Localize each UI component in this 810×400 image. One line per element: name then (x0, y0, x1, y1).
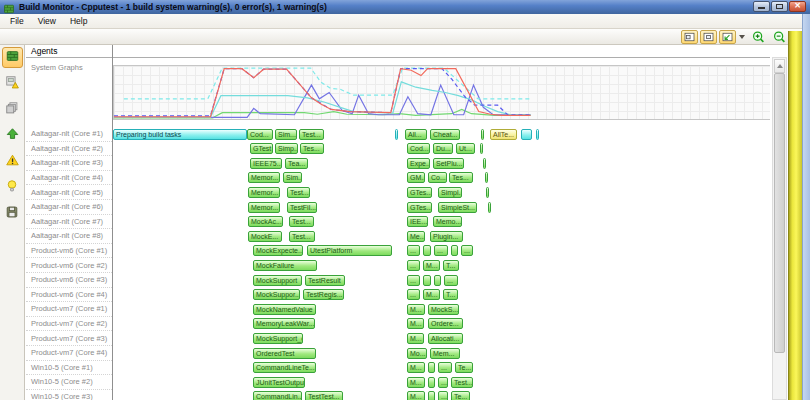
task-box[interactable]: GTes... (407, 187, 432, 198)
agent-row[interactable]: Aaltagar-nlt (Core #2)GTestSimp...Tes...… (26, 142, 770, 157)
layout-dropdown-caret[interactable] (738, 30, 746, 44)
task-box[interactable]: OrderedTest (253, 348, 316, 359)
task-box[interactable] (521, 129, 532, 140)
task-box[interactable] (428, 362, 435, 373)
task-box[interactable]: All... (405, 129, 427, 140)
rail-button-build-system-warning[interactable] (2, 73, 23, 94)
task-box[interactable]: SimpleSt... (438, 202, 477, 213)
rail-button-copy-stack[interactable] (2, 99, 23, 120)
rail-button-save[interactable] (2, 203, 23, 224)
agent-row[interactable]: Win10-5 (Core #3)CommandLin...TestTest..… (26, 390, 770, 400)
task-box[interactable]: Te... (451, 391, 470, 400)
task-box[interactable] (423, 245, 431, 256)
task-box[interactable]: Allocati... (428, 333, 463, 344)
menu-item-view[interactable]: View (31, 16, 63, 26)
task-box[interactable]: ... (438, 391, 448, 400)
task-box[interactable]: Simp... (275, 143, 298, 154)
task-box[interactable]: M... (407, 377, 425, 388)
task-box[interactable]: T... (443, 289, 458, 300)
task-sliver[interactable] (480, 143, 483, 154)
task-box[interactable]: ... (407, 245, 420, 256)
task-box[interactable]: Sim... (275, 129, 297, 140)
task-box[interactable]: M... (407, 333, 424, 344)
task-sliver[interactable] (486, 187, 489, 198)
task-sliver[interactable] (485, 172, 488, 183)
task-box[interactable]: ... (407, 289, 420, 300)
task-box[interactable]: ... (438, 362, 452, 373)
minimize-button[interactable] (753, 1, 770, 12)
task-box[interactable]: M... (407, 318, 424, 329)
task-box[interactable]: Test... (289, 231, 315, 242)
task-box[interactable]: Cod... (407, 143, 430, 154)
task-box[interactable]: MockE... (248, 231, 282, 242)
rail-button-build-grid[interactable] (2, 47, 23, 68)
task-box[interactable]: Co... (428, 172, 447, 183)
task-box[interactable]: Memor... (248, 202, 280, 213)
task-box[interactable]: Memor... (248, 172, 280, 183)
task-box[interactable]: Preparing build tasks (113, 129, 247, 140)
task-box[interactable]: Expe... (407, 158, 430, 169)
task-box[interactable]: MockSuppor... (253, 289, 300, 300)
scroll-up-button[interactable] (774, 59, 785, 73)
task-box[interactable] (428, 377, 435, 388)
task-box[interactable]: MockSupport (253, 275, 302, 286)
agent-row[interactable]: Aaltagar-nlt (Core #1)Preparing build ta… (26, 127, 770, 142)
task-box[interactable] (434, 275, 441, 286)
agent-row[interactable]: Product-vm6 (Core #3)MockSupportTestResu… (26, 273, 770, 288)
task-box[interactable]: Tes... (300, 143, 324, 154)
scrollbar-thumb[interactable] (774, 73, 785, 353)
task-box[interactable]: Te... (455, 362, 473, 373)
task-box[interactable]: AllTe... (490, 129, 517, 140)
task-box[interactable]: Cod... (247, 129, 273, 140)
agent-row[interactable]: Product-vm7 (Core #1)MockNamedValueM...M… (26, 302, 770, 317)
task-box[interactable]: Du... (433, 143, 453, 154)
task-box[interactable]: MemoryLeakWar... (253, 318, 315, 329)
menu-item-help[interactable]: Help (63, 16, 94, 26)
task-box[interactable]: M... (407, 391, 425, 400)
task-box[interactable]: TestTest... (305, 391, 343, 400)
agent-row[interactable]: Aaltagar-nlt (Core #6)Memor...TestFil...… (26, 200, 770, 215)
task-box[interactable]: Me... (407, 231, 425, 242)
task-box[interactable]: IEE... (407, 216, 428, 227)
agent-row[interactable]: Product-vm6 (Core #4)MockSuppor...TestRe… (26, 288, 770, 303)
task-box[interactable]: SetPlu... (433, 158, 464, 169)
task-box[interactable]: CommandLineTe... (253, 362, 316, 373)
task-box[interactable]: JUnitTestOutput (253, 377, 305, 388)
task-box[interactable]: M... (423, 289, 440, 300)
task-box[interactable] (451, 245, 458, 256)
task-box[interactable]: Mem... (430, 348, 460, 359)
agent-row[interactable]: Win10-5 (Core #2)JUnitTestOutputM......T… (26, 375, 770, 390)
task-box[interactable]: ... (461, 245, 473, 256)
task-box[interactable]: Ut... (456, 143, 475, 154)
task-sliver[interactable] (483, 158, 486, 169)
agent-row[interactable]: Product-vm7 (Core #4)OrderedTestMo...Mem… (26, 346, 770, 361)
zoom-in-button[interactable] (750, 29, 767, 44)
task-box[interactable]: MockSupport_c (253, 333, 303, 344)
agent-row[interactable]: Product-vm7 (Core #2)MemoryLeakWar...M..… (26, 317, 770, 332)
task-box[interactable]: M... (423, 260, 440, 271)
task-box[interactable]: TestRegis... (303, 289, 344, 300)
rail-button-publish-arrow[interactable] (2, 125, 23, 146)
task-box[interactable]: GTes... (407, 202, 432, 213)
task-box[interactable]: Memor... (248, 187, 280, 198)
agent-row[interactable]: Product-vm6 (Core #2)MockFailure...M...T… (26, 258, 770, 273)
task-box[interactable]: ... (407, 260, 420, 271)
maximize-button[interactable] (771, 1, 788, 12)
menu-item-file[interactable]: File (3, 16, 31, 26)
close-button[interactable] (789, 1, 806, 12)
task-box[interactable]: Test... (451, 377, 473, 388)
window-layout-restore-button[interactable] (719, 30, 736, 44)
task-box[interactable]: MockExpecte... (253, 245, 303, 256)
task-box[interactable]: ... (438, 377, 448, 388)
task-box[interactable]: M... (407, 362, 425, 373)
window-layout-left-button[interactable] (681, 30, 698, 44)
task-box[interactable]: Sim... (283, 172, 302, 183)
task-box[interactable]: Plugin... (430, 231, 463, 242)
task-box[interactable]: Mo... (407, 348, 427, 359)
task-box[interactable]: TestFil... (287, 202, 317, 213)
task-box[interactable]: T... (443, 260, 459, 271)
task-box[interactable]: Simpl... (438, 187, 462, 198)
task-box[interactable]: Test... (289, 216, 314, 227)
task-box[interactable]: MockS... (428, 304, 459, 315)
task-sliver[interactable] (395, 129, 398, 140)
